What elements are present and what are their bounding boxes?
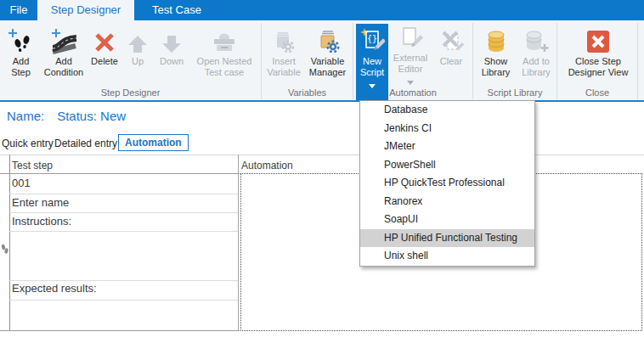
group-label-script-library: Script Library <box>473 87 556 99</box>
close-step-designer-view-button[interactable]: Close Step Designer View <box>560 24 636 87</box>
add-condition-label: Add Condition <box>44 56 83 77</box>
variable-manager-label: Variable Manager <box>309 56 346 77</box>
external-editor-button[interactable]: External Editor <box>390 24 431 87</box>
menu-item-jmeter[interactable]: JMeter <box>360 138 534 156</box>
column-header-test-step: Test step <box>12 160 53 172</box>
menu-item-unix-shell[interactable]: Unix shell <box>360 247 534 266</box>
delete-button[interactable]: Delete <box>88 24 121 87</box>
clear-label: Clear <box>440 56 462 67</box>
add-step-icon <box>8 24 35 54</box>
open-nested-test-case-label: Open Nested Test case <box>197 56 252 77</box>
show-library-button[interactable]: Show Library <box>477 24 515 87</box>
delete-label: Delete <box>91 56 118 67</box>
row-indicator-footprints-icon <box>1 243 8 258</box>
cell-step-name[interactable]: Enter name <box>12 196 69 209</box>
svg-text:{}: {} <box>367 34 377 43</box>
clear-icon <box>438 24 464 54</box>
menu-item-database[interactable]: Database <box>360 101 534 120</box>
menu-item-soapui[interactable]: SoapUI <box>360 211 534 229</box>
column-header-automation: Automation <box>241 160 293 172</box>
down-arrow-icon <box>159 24 184 54</box>
ribbon-tab-bar: File Step Designer Test Case <box>0 0 644 20</box>
add-step-button[interactable]: Add Step <box>2 24 40 87</box>
new-script-icon: {} <box>359 24 385 54</box>
cell-step-number[interactable]: 001 <box>12 177 31 189</box>
table-header-border <box>0 173 240 174</box>
up-label: Up <box>132 56 144 67</box>
table-bottom-border <box>0 330 240 331</box>
up-arrow-icon <box>125 24 150 54</box>
insert-variable-button[interactable]: Insert Variable <box>264 24 303 87</box>
table-top-border <box>0 155 644 155</box>
tab-file[interactable]: File <box>0 0 37 20</box>
menu-item-ranorex[interactable]: Ranorex <box>360 193 534 211</box>
down-label: Down <box>160 56 184 67</box>
cell-expected-results[interactable]: Expected results: <box>12 282 97 295</box>
show-library-label: Show Library <box>482 56 511 77</box>
group-separator <box>637 23 638 99</box>
add-condition-icon <box>48 24 79 54</box>
close-step-designer-view-label: Close Step Designer View <box>568 56 629 77</box>
row-separator <box>9 212 238 213</box>
down-button[interactable]: Down <box>155 24 189 87</box>
document-header: Name:Status: New <box>7 109 126 123</box>
menu-item-powershell[interactable]: PowerShell <box>360 156 534 175</box>
status-label: Status: New <box>57 109 126 123</box>
close-step-designer-view-icon <box>585 24 611 54</box>
add-to-library-label: Add to Library <box>522 56 551 77</box>
row-separator <box>9 300 238 301</box>
table-gutter-border <box>9 155 10 331</box>
group-label-variables: Variables <box>262 87 353 99</box>
delete-icon <box>93 24 116 54</box>
insert-variable-icon <box>271 24 297 54</box>
tab-quick-entry[interactable]: Quick entry <box>2 138 54 149</box>
name-label: Name: <box>7 109 44 123</box>
tab-automation[interactable]: Automation <box>118 134 189 151</box>
new-script-menu: Database Jenkins CI JMeter PowerShell HP… <box>359 100 535 267</box>
group-label-close: Close <box>557 87 637 99</box>
add-step-label: Add Step <box>11 56 31 77</box>
table-column-border <box>238 155 239 331</box>
open-nested-test-case-button[interactable]: Open Nested Test case <box>189 24 259 87</box>
group-label-automation: Automation <box>353 87 472 99</box>
up-button[interactable]: Up <box>121 24 154 87</box>
variable-manager-icon <box>315 24 341 54</box>
show-library-icon <box>483 24 509 54</box>
step-designer-window: File Step Designer Test Case Add Step <box>0 0 644 343</box>
row-separator <box>9 231 238 232</box>
tab-detailed-entry[interactable]: Detailed entry <box>54 138 117 149</box>
menu-item-hp-quicktest-professional[interactable]: HP QuickTest Professional <box>360 174 534 193</box>
tab-step-designer[interactable]: Step Designer <box>37 0 134 20</box>
insert-variable-label: Insert Variable <box>267 56 301 77</box>
ribbon: Add Step Add Condition De <box>0 20 644 102</box>
group-label-step-designer: Step Designer <box>0 87 261 99</box>
variable-manager-button[interactable]: Variable Manager <box>304 24 351 87</box>
open-nested-test-case-icon <box>210 24 239 54</box>
row-separator <box>9 280 238 281</box>
new-script-label: New Script <box>360 56 384 77</box>
add-to-library-icon <box>523 24 550 54</box>
clear-button[interactable]: Clear <box>432 24 470 87</box>
menu-item-hp-unified-functional-testing[interactable]: HP Unified Functional Testing <box>360 229 534 248</box>
tab-test-case[interactable]: Test Case <box>134 0 219 20</box>
cell-instructions[interactable]: Instructions: <box>12 215 71 228</box>
external-editor-dropdown-arrow-icon <box>407 76 414 87</box>
external-editor-icon <box>398 24 423 51</box>
add-to-library-button[interactable]: Add to Library <box>517 24 556 87</box>
add-condition-button[interactable]: Add Condition <box>40 24 88 87</box>
menu-item-jenkins-ci[interactable]: Jenkins CI <box>360 120 534 138</box>
external-editor-label: External Editor <box>393 53 427 74</box>
row-separator <box>9 194 238 194</box>
